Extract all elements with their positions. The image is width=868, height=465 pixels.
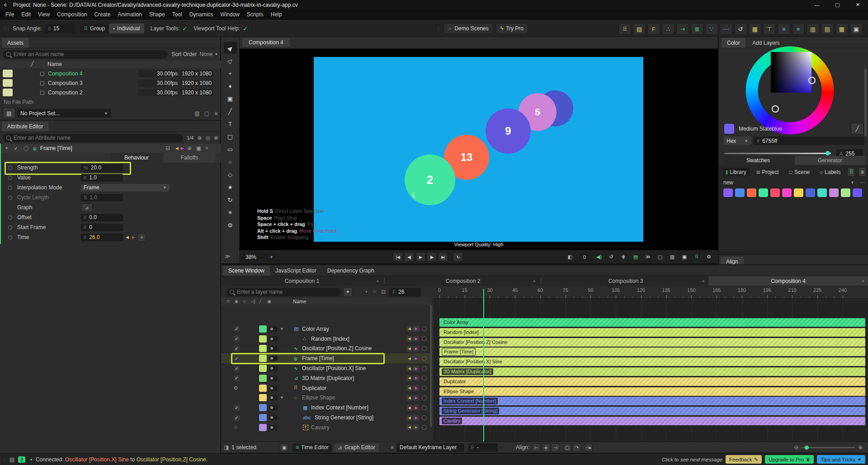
loop-ring-icon[interactable] bbox=[422, 326, 427, 331]
align-bars-icon[interactable]: ≣ bbox=[691, 23, 703, 35]
next-key-icon[interactable]: ▶ bbox=[181, 146, 184, 150]
layer-row-duplicator[interactable]: ⊙⠿Duplicator◀▶ bbox=[221, 383, 432, 393]
current-color-chip[interactable] bbox=[724, 124, 734, 134]
artboard-tool[interactable]: ▢ bbox=[224, 131, 237, 142]
keyframe-dot[interactable] bbox=[8, 225, 12, 230]
play-button[interactable]: ▶ bbox=[415, 252, 425, 262]
dots-icon[interactable]: ⋯ bbox=[720, 23, 732, 35]
loop-ring-icon[interactable] bbox=[422, 356, 427, 361]
layer-color-chip[interactable] bbox=[259, 355, 267, 362]
layer-camera-toggle[interactable] bbox=[269, 326, 278, 332]
layer-row-random-index-[interactable]: ✓∴Random [Index]◀▶ bbox=[221, 334, 432, 344]
prev-keyframe-pill[interactable]: ◀ bbox=[406, 336, 412, 342]
attribute-field[interactable]: #0.0 bbox=[81, 214, 123, 221]
settings-tool[interactable]: ⚙ bbox=[224, 219, 237, 231]
keyframe-dot[interactable] bbox=[8, 166, 12, 170]
layer-camera-toggle[interactable] bbox=[269, 385, 278, 391]
emitter-tool[interactable]: ✳ bbox=[224, 207, 237, 218]
current-frame-field[interactable]: F 26 bbox=[389, 288, 421, 296]
layer-color-chip[interactable] bbox=[259, 394, 267, 401]
layer-camera-toggle[interactable] bbox=[269, 366, 278, 371]
zoom-dropdown[interactable]: 38% ▼ bbox=[242, 253, 277, 261]
arc-tool[interactable]: ↻ bbox=[224, 194, 237, 206]
visibility-checkbox[interactable]: ✓ bbox=[234, 326, 240, 332]
stack-icon[interactable]: ▥ bbox=[668, 253, 677, 261]
menu-shape[interactable]: Shape bbox=[146, 9, 169, 20]
visibility-checkbox[interactable]: ✓ bbox=[234, 356, 240, 362]
track-bar-duplicator[interactable]: Duplicator bbox=[439, 377, 865, 386]
menu-scripts[interactable]: Scripts bbox=[243, 9, 267, 20]
filter-icon[interactable]: ⊟ bbox=[381, 289, 386, 295]
feedback-button[interactable]: Feedback ✎ bbox=[726, 455, 762, 464]
comp-tab-3[interactable]: Composition 3× bbox=[543, 276, 708, 286]
attribute-field[interactable]: #1.0 bbox=[81, 174, 123, 182]
attribute-search-input[interactable]: Enter an Attribute name bbox=[3, 134, 183, 142]
graph-editor-button[interactable]: ⊿ Graph Editor bbox=[334, 443, 379, 452]
layer-color-chip[interactable] bbox=[259, 414, 267, 421]
close-tab-icon[interactable]: × bbox=[377, 278, 379, 284]
menu-dynamics[interactable]: Dynamics bbox=[186, 9, 217, 20]
layer-color-chip[interactable] bbox=[259, 325, 267, 333]
snap-angle-field[interactable]: # 15 bbox=[45, 24, 75, 33]
loop-ring-icon[interactable] bbox=[422, 405, 427, 410]
try-pro-button[interactable]: ϟ Try Pro bbox=[496, 23, 528, 34]
viewport-tool-help-check[interactable]: ✓ bbox=[243, 25, 248, 32]
tab-javascript-editor[interactable]: JavaScript Editor bbox=[270, 266, 322, 276]
bounds-icon[interactable]: ▢ bbox=[656, 253, 665, 261]
close-tab-icon[interactable]: × bbox=[533, 278, 536, 284]
rectangle-tool[interactable]: ▭ bbox=[224, 143, 237, 155]
loop-ring-icon[interactable] bbox=[422, 376, 427, 380]
duplicator-grid-icon[interactable]: ⠿ bbox=[618, 23, 631, 35]
prev-keyframe-pill[interactable]: ◀ bbox=[406, 395, 412, 401]
next-keyframe-pill[interactable]: ▶ bbox=[413, 405, 419, 411]
hex-input[interactable]: # 6755ff bbox=[754, 136, 864, 145]
loop-ring-icon[interactable] bbox=[422, 425, 427, 430]
clear-icon[interactable]: ⊗ bbox=[214, 135, 218, 141]
refresh-icon[interactable]: ↺ bbox=[607, 253, 616, 261]
enabled-checkbox[interactable]: ✓ bbox=[13, 146, 19, 151]
graph-button[interactable]: ⊿ bbox=[81, 203, 93, 212]
track-bar-oscillator-position-x-sine[interactable]: Oscillator [Position.X] Sine bbox=[439, 357, 865, 366]
polygon-tool[interactable]: ◇ bbox=[224, 169, 237, 180]
next-keyframe-pill[interactable]: ▶ bbox=[413, 385, 419, 391]
track-bar-3d-matrix-duplicator-[interactable]: 3D Matrix [Duplicator] bbox=[439, 367, 865, 376]
next-keyframe-pill[interactable]: ▶ bbox=[413, 356, 419, 362]
folder-icon[interactable]: ▤ bbox=[194, 110, 199, 117]
visibility-checkbox[interactable]: ✓ bbox=[234, 375, 240, 381]
prev-keyframe-pill[interactable]: ◀ bbox=[406, 385, 412, 391]
color-swatch[interactable] bbox=[723, 188, 733, 197]
hue-selector[interactable] bbox=[772, 105, 779, 113]
prev-keyframe-pill[interactable]: ◀ bbox=[406, 424, 412, 430]
scene-tab[interactable]: ▢Scene bbox=[786, 168, 813, 176]
maximize-button[interactable]: ▢ bbox=[827, 0, 848, 9]
rows-icon[interactable]: ▤ bbox=[821, 23, 834, 35]
timeline-zoom-slider[interactable] bbox=[801, 447, 855, 448]
layer-camera-toggle[interactable] bbox=[269, 376, 278, 381]
prev-keyframe-pill[interactable]: ◀ bbox=[406, 366, 412, 371]
layer-color-chip[interactable] bbox=[259, 335, 267, 343]
prev-keyframe-pill[interactable]: ◀ bbox=[406, 415, 412, 421]
align-top-icon[interactable]: ≡ bbox=[778, 23, 790, 35]
onion-skin-icon[interactable]: ◔ bbox=[364, 289, 368, 295]
key-align-center-button[interactable]: ╪ bbox=[542, 443, 550, 452]
playhead[interactable] bbox=[483, 289, 484, 442]
tab-dependency-graph[interactable]: Dependency Graph bbox=[322, 266, 380, 276]
color-swatch[interactable] bbox=[794, 188, 803, 197]
asset-row[interactable]: ▢Composition 230.00fps1920 x 1080 bbox=[0, 88, 221, 97]
color-swatch[interactable] bbox=[841, 188, 850, 197]
track-bar-random-index-[interactable]: Random [Index] bbox=[439, 328, 865, 337]
color-swatch[interactable] bbox=[806, 188, 815, 197]
track-bar-cavalry[interactable]: Cavalry bbox=[439, 417, 865, 425]
prev-keyframe-pill[interactable]: ◀ bbox=[406, 326, 412, 332]
loop-ring-icon[interactable] bbox=[422, 336, 427, 341]
demo-scenes-button[interactable]: ⁘ Demo Scenes bbox=[443, 23, 493, 34]
prev-keyframe-pill[interactable]: ◀ bbox=[406, 375, 412, 381]
scatter-icon[interactable]: ∴ bbox=[662, 23, 675, 35]
display-icon[interactable]: ▢ bbox=[204, 110, 209, 117]
track-area[interactable]: 0153045607590105120135150165180195210225… bbox=[434, 286, 868, 442]
next-keyframe-pill[interactable]: ▶ bbox=[413, 375, 419, 381]
menu-tool[interactable]: Tool bbox=[169, 9, 186, 20]
generator-tab[interactable]: Generator bbox=[795, 156, 865, 165]
forge-icon[interactable]: F bbox=[647, 23, 660, 35]
loop-ring-icon[interactable] bbox=[422, 415, 427, 420]
